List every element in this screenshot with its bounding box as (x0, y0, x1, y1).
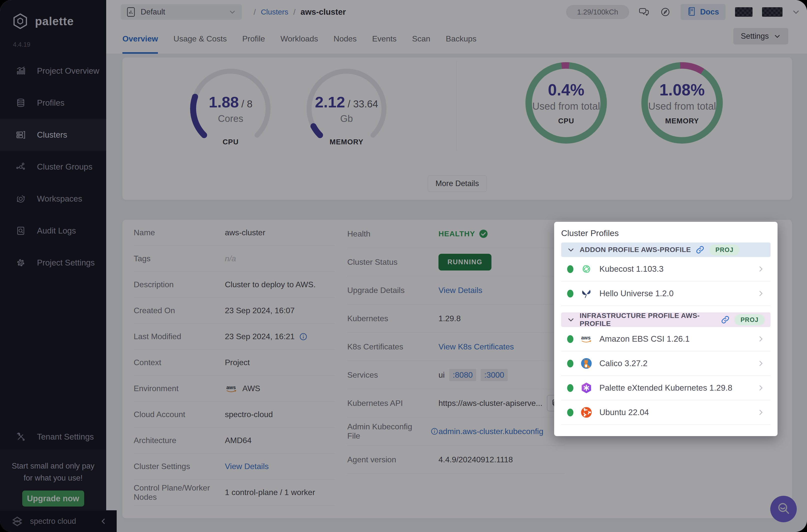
panel-title: Cluster Profiles (561, 228, 771, 238)
link-icon[interactable] (721, 316, 730, 324)
calico-logo (580, 357, 593, 370)
profile-row-kubecost[interactable]: Kubecost 1.103.3 (561, 257, 771, 282)
link-icon[interactable] (696, 246, 704, 254)
profile-row-calico[interactable]: Calico 3.27.2 (561, 352, 771, 376)
status-dot (567, 265, 574, 273)
profile-row-amazon-ebs-csi[interactable]: aws Amazon EBS CSI 1.26.1 (561, 327, 771, 352)
chevron-right-icon (757, 335, 765, 343)
chevron-right-icon (757, 408, 765, 416)
status-dot (567, 290, 574, 298)
profile-row-hello-universe[interactable]: Hello Universe 1.2.0 (561, 282, 771, 306)
svg-text:aws: aws (581, 335, 590, 340)
chevron-down-icon (567, 246, 575, 253)
pxk-logo (580, 381, 593, 394)
hello-universe-logo (580, 287, 593, 300)
kubecost-logo (580, 263, 593, 276)
status-dot (567, 360, 574, 367)
scope-badge: PROJ (734, 314, 765, 325)
chevron-right-icon (757, 360, 765, 367)
app-window: palette 4.4.19 Project Overview (0, 0, 807, 532)
infrastructure-profile-header[interactable]: INFRASTRUCTURE PROFILE AWS-PROFILE PROJ (561, 312, 771, 327)
profile-row-ubuntu[interactable]: Ubuntu 22.04 (561, 400, 771, 425)
status-dot (567, 408, 574, 416)
scope-badge: PROJ (709, 244, 739, 255)
cluster-profiles-panel: Cluster Profiles ADDON PROFILE AWS-PROFI… (554, 222, 777, 436)
status-dot (567, 384, 574, 392)
ubuntu-logo (580, 406, 593, 419)
addon-profile-header[interactable]: ADDON PROFILE AWS-PROFILE PROJ (561, 243, 771, 257)
profile-row-palette-extended-kubernetes[interactable]: Palette eXtended Kubernetes 1.29.8 (561, 376, 771, 400)
status-dot (567, 335, 574, 343)
screen: palette 4.4.19 Project Overview (0, 0, 807, 532)
chevron-right-icon (757, 290, 765, 297)
chevron-right-icon (757, 384, 765, 392)
chevron-down-icon (567, 316, 575, 323)
chevron-right-icon (757, 265, 765, 273)
aws-logo: aws (580, 332, 593, 345)
